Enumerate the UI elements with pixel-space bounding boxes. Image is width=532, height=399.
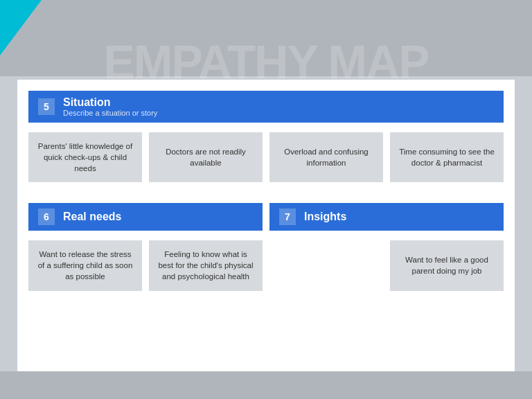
insights-title: Insights	[304, 211, 346, 223]
card-time: Time consuming to see the doctor & pharm…	[390, 132, 504, 182]
dual-headers: 6 Real needs 7 Insights	[28, 203, 504, 231]
situation-number: 5	[38, 98, 55, 115]
bottom-bar	[0, 371, 532, 399]
bottom-cards-row: Want to release the stress of a sufferin…	[17, 231, 515, 300]
card-parent: Want to feel like a good parent doing my…	[390, 240, 504, 290]
main-card: 5 Situation Describe a situation or stor…	[17, 80, 515, 391]
real-needs-title: Real needs	[63, 211, 121, 223]
real-needs-header: 6 Real needs	[28, 203, 263, 231]
card-overload: Overload and confusing information	[269, 132, 383, 182]
real-needs-number: 6	[38, 209, 55, 225]
situation-subtitle: Describe a situation or story	[63, 109, 157, 117]
card-doctors: Doctors are not readily available	[149, 132, 263, 182]
bg-gray-top	[0, 0, 532, 76]
situation-title-group: Situation Describe a situation or story	[63, 96, 157, 117]
card-feeling: Feeling to know what is best for the chi…	[149, 240, 263, 290]
card-stress: Want to release the stress of a sufferin…	[28, 240, 142, 290]
situation-title: Situation	[63, 96, 157, 109]
card-knowledge: Parents' little knowledge of quick check…	[28, 132, 142, 182]
insights-number: 7	[279, 209, 296, 225]
insights-header: 7 Insights	[269, 203, 504, 231]
real-needs-title-group: Real needs	[63, 211, 121, 223]
insights-title-group: Insights	[304, 211, 346, 223]
situation-header: 5 Situation Describe a situation or stor…	[28, 91, 504, 123]
situation-cards-row: Parents' little knowledge of quick check…	[17, 123, 515, 192]
card-empty-spacer	[269, 240, 383, 290]
